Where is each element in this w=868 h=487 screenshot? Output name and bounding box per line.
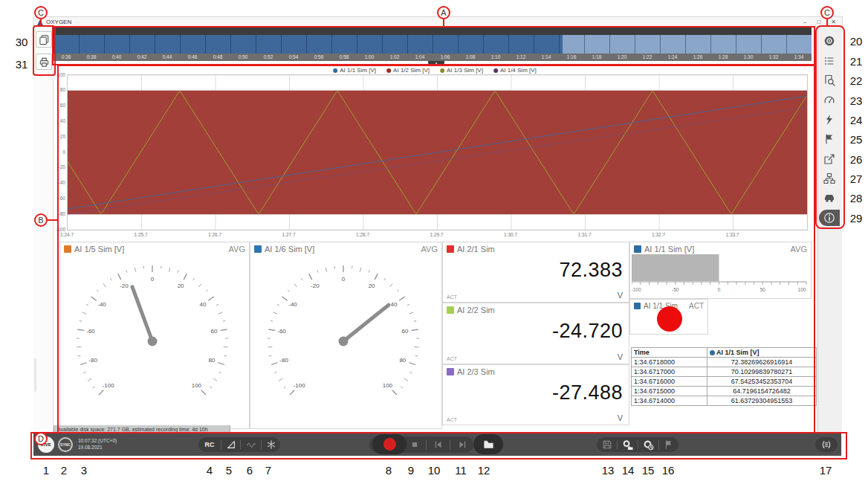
legend-dot — [333, 68, 337, 73]
load-setup-button[interactable] — [618, 437, 638, 452]
gauge-dial: -100-80-60-40-20020406080100 — [250, 254, 436, 419]
data-screens-button[interactable] — [815, 437, 838, 452]
x-tick-label: 1:27.7 — [282, 232, 295, 237]
skip-to-start-button[interactable] — [427, 436, 450, 453]
annotation-number-11: 11 — [452, 464, 470, 477]
timeline-handle[interactable]: ▴ — [428, 61, 444, 65]
marker-button[interactable] — [659, 437, 678, 452]
table-cell-time: 1:34.6718000 — [632, 358, 707, 367]
scope-chart[interactable]: AI 1/1 Sim [V]AI 1/2 Sim [V]AI 1/3 Sim [… — [58, 65, 812, 241]
close-button[interactable]: ✕ — [831, 19, 836, 25]
bar-meter: -100-50050100 — [632, 254, 809, 295]
sidebar-item-trigger-events[interactable] — [820, 112, 838, 128]
gauge-tick-label: 60 — [402, 328, 409, 335]
screens-pill — [815, 437, 838, 452]
bar-meter-widget[interactable]: AI 1/1 Sim [V] AVG -100-50050100 — [629, 242, 812, 299]
sidebar-item-data-review[interactable] — [820, 72, 838, 88]
timeline-header[interactable] — [54, 28, 812, 35]
annotation-number-9: 9 — [402, 464, 420, 477]
table-cell-time: 1:34.6715000 — [632, 387, 707, 396]
table-row: 1:34.671700070.10299839780271 — [632, 367, 817, 377]
annotation-letter-b: B — [34, 213, 48, 227]
legend-dot — [493, 68, 498, 73]
date-text: 19.08.2021 — [78, 444, 117, 451]
annotation-letter-d: D — [34, 432, 48, 445]
annotation-number-3: 3 — [75, 464, 93, 477]
left-toolbar — [33, 26, 54, 456]
channel-dot-icon — [710, 350, 715, 355]
sidebar-item-power[interactable] — [820, 190, 838, 206]
digital-meter-1[interactable]: AI 2/1 Sim 72.383 V ACT — [442, 242, 629, 303]
gauge-widget-1[interactable]: AI 1/5 Sim [V] AVG -100-80-60-40-2002040… — [59, 242, 250, 429]
sidebar-item-sync-setup[interactable] — [820, 170, 838, 187]
print-button[interactable] — [36, 54, 52, 70]
table-cell-time: 1:34.6714000 — [632, 396, 707, 406]
printer-icon — [39, 57, 50, 68]
y-tick-label: 0 — [54, 149, 65, 155]
x-tick-label: 1:33.7 — [725, 232, 739, 237]
annotation-number-22: 22 — [847, 74, 865, 87]
gauge-tick-label: 100 — [383, 382, 393, 389]
save-button[interactable] — [597, 437, 617, 452]
maximize-button[interactable]: □ — [817, 19, 820, 25]
digital-meter-3[interactable]: AI 2/3 Sim -27.488 V ACT — [442, 364, 629, 425]
minimize-button[interactable]: – — [803, 19, 806, 25]
sidebar-item-markers[interactable] — [820, 131, 838, 147]
value-table-widget[interactable]: TimeAI 1/1 Sim [V]1:34.671800072.3826962… — [631, 347, 817, 406]
record-icon — [383, 438, 396, 451]
right-sidebar — [817, 26, 842, 456]
freeze-button[interactable] — [262, 437, 280, 452]
y-tick-label: -60 — [54, 196, 65, 201]
meter-channel-label: AI 2/1 Sim — [457, 245, 495, 254]
annotation-number-15: 15 — [639, 464, 657, 477]
chart-plot-area[interactable] — [67, 74, 808, 230]
skip-start-icon — [433, 439, 444, 450]
skip-to-end-button[interactable] — [450, 436, 473, 453]
timeline-tick: 1:12 — [508, 54, 534, 61]
digital-meter-2[interactable]: AI 2/2 Sim -24.720 V ACT — [442, 303, 629, 364]
y-tick-label: 100 — [54, 72, 65, 77]
signal-tool-button[interactable] — [241, 437, 261, 452]
annotation-number-28: 28 — [847, 192, 865, 204]
annotation-number-2: 2 — [55, 464, 73, 477]
setup-settings-button[interactable] — [638, 437, 658, 452]
sidebar-item-channel-list[interactable] — [820, 53, 838, 69]
meter-unit: V — [618, 291, 623, 300]
annotation-number-17: 17 — [817, 464, 835, 477]
sidebar-item-system-settings[interactable] — [820, 33, 838, 49]
timeline-tick: 1:14 — [534, 54, 559, 61]
remote-control-button[interactable]: RC — [198, 437, 221, 452]
record-button[interactable] — [372, 434, 407, 454]
sidebar-item-export[interactable] — [820, 151, 838, 167]
y-tick-label: -80 — [54, 211, 65, 216]
gauge-tick-label: -40 — [288, 301, 297, 308]
sidebar-item-system-information[interactable] — [819, 210, 840, 226]
timeline-tick-labels: 0:360:380:400:420:440:460:480:500:520:54… — [54, 54, 812, 61]
report-pages-button[interactable] — [36, 31, 52, 48]
timeline-grid — [54, 35, 812, 54]
stop-button[interactable] — [404, 436, 426, 453]
open-file-button[interactable] — [473, 434, 503, 454]
chart-legend: AI 1/1 Sim [V]AI 1/2 Sim [V]AI 1/3 Sim [… — [333, 67, 537, 74]
legend-label: AI 1/1 Sim [V] — [340, 67, 376, 74]
gear-clock-icon — [643, 439, 654, 451]
gauge-tick-label: -60 — [86, 328, 95, 335]
timeline-tick: 0:44 — [155, 54, 180, 61]
indicator-widget[interactable]: AI 1/1 Sim ACT — [629, 299, 708, 335]
car-icon — [823, 192, 835, 204]
gauge-widget-2[interactable]: AI 1/6 Sim [V] AVG -100-80-60-40-2002040… — [250, 242, 442, 429]
annotation-number-27: 27 — [847, 172, 865, 185]
set-square-icon — [226, 439, 236, 450]
x-tick-label: 1:31.7 — [577, 232, 591, 237]
timeline-tick: 0:52 — [256, 54, 281, 61]
sync-button[interactable]: SYNC — [58, 437, 73, 452]
table-row: 1:34.671800072.38269626916914 — [632, 358, 817, 367]
timeline-tick: 1:24 — [660, 54, 685, 61]
timeline-tick: 0:54 — [281, 54, 306, 61]
table-row: 1:34.671500064.7196154726482 — [632, 387, 817, 396]
timeline-tick: 1:02 — [382, 54, 407, 61]
measure-tool-button[interactable] — [221, 437, 240, 452]
meter-mode: ACT — [447, 417, 457, 422]
sidebar-item-measurement[interactable] — [820, 92, 838, 109]
panel-resize-handle[interactable] — [34, 358, 36, 392]
